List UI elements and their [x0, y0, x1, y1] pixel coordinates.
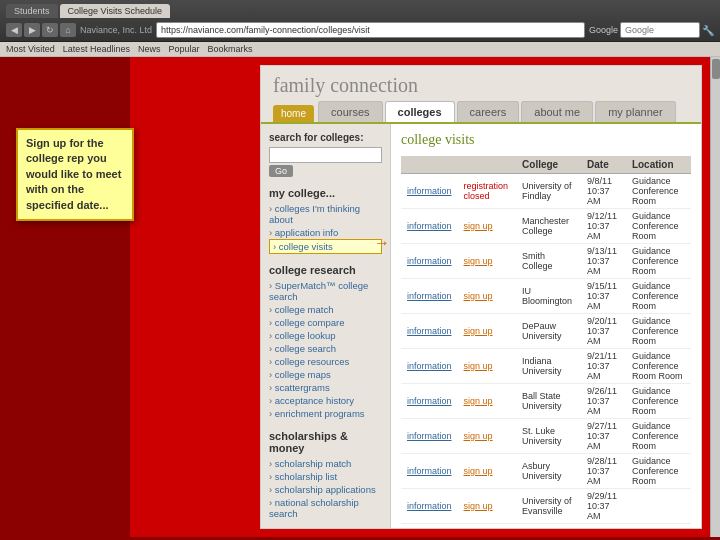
visits-table: College Date Location information regist…: [401, 156, 691, 524]
tab-college-visits[interactable]: College Visits Schedule: [60, 4, 170, 18]
visit-action-9[interactable]: sign up: [458, 489, 517, 524]
section-title: college visits: [401, 132, 691, 148]
visit-action-0[interactable]: registration closed: [458, 174, 517, 209]
visit-action-3[interactable]: sign up: [458, 279, 517, 314]
visit-date-6: 9/26/11 10:37 AM: [581, 384, 626, 419]
visit-action-2[interactable]: sign up: [458, 244, 517, 279]
sidebar-college-maps[interactable]: college maps: [269, 368, 382, 381]
table-header-row: College Date Location: [401, 156, 691, 174]
visit-location-4: Guidance Conference Room: [626, 314, 691, 349]
visit-action-8[interactable]: sign up: [458, 454, 517, 489]
arrow-icon: →: [374, 234, 390, 252]
visit-info-0[interactable]: information: [401, 174, 458, 209]
annotation-box: Sign up for the college rep you would li…: [16, 128, 134, 221]
extensions-icon: 🔧: [702, 25, 714, 36]
scholarships-header: scholarships & money: [269, 430, 382, 454]
visit-info-5[interactable]: information: [401, 349, 458, 384]
tab-my-planner[interactable]: my planner: [595, 101, 675, 122]
fc-sidebar: search for colleges: Go my college... co…: [261, 124, 391, 529]
visit-info-1[interactable]: information: [401, 209, 458, 244]
browser-chrome: Students College Visits Schedule ◀ ▶ ↻ ⌂…: [0, 0, 720, 42]
visit-info-2[interactable]: information: [401, 244, 458, 279]
go-button[interactable]: Go: [269, 165, 293, 177]
visit-college-8: Asbury University: [516, 454, 581, 489]
visit-action-4[interactable]: sign up: [458, 314, 517, 349]
address-bar[interactable]: [156, 22, 585, 38]
home-button[interactable]: ⌂: [60, 23, 76, 37]
bm-popular[interactable]: Popular: [168, 44, 199, 54]
sidebar-supermatch[interactable]: SuperMatch™ college search: [269, 279, 382, 303]
table-row: information sign up Smith College 9/13/1…: [401, 244, 691, 279]
col-action: [458, 156, 517, 174]
visit-action-7[interactable]: sign up: [458, 419, 517, 454]
scrollbar-thumb[interactable]: [712, 59, 720, 79]
visit-action-6[interactable]: sign up: [458, 384, 517, 419]
visit-location-3: Guidance Conference Room: [626, 279, 691, 314]
browser-tabs: Students College Visits Schedule: [6, 4, 714, 18]
table-row: information sign up Asbury University 9/…: [401, 454, 691, 489]
visit-date-3: 9/15/11 10:37 AM: [581, 279, 626, 314]
visit-info-3[interactable]: information: [401, 279, 458, 314]
visit-date-8: 9/28/11 10:37 AM: [581, 454, 626, 489]
sidebar-college-compare[interactable]: college compare: [269, 316, 382, 329]
sidebar-college-lookup[interactable]: college lookup: [269, 329, 382, 342]
tab-about-me[interactable]: about me: [521, 101, 593, 122]
bm-news[interactable]: News: [138, 44, 161, 54]
sidebar-colleges-thinking[interactable]: colleges I'm thinking about: [269, 202, 382, 226]
sidebar-scattergrams[interactable]: scattergrams: [269, 381, 382, 394]
visit-info-6[interactable]: information: [401, 384, 458, 419]
tab-courses[interactable]: courses: [318, 101, 383, 122]
table-row: information registration closed Universi…: [401, 174, 691, 209]
sidebar-scholarship-applications[interactable]: scholarship applications: [269, 483, 382, 496]
search-label: Google: [589, 25, 618, 35]
search-input[interactable]: [620, 22, 700, 38]
tab-colleges[interactable]: colleges: [385, 101, 455, 122]
bm-latest-headlines[interactable]: Latest Headlines: [63, 44, 130, 54]
nav-buttons: ◀ ▶ ↻ ⌂: [6, 23, 76, 37]
fc-nav: home courses colleges careers about me m…: [273, 101, 689, 122]
visit-location-0: Guidance Conference Room: [626, 174, 691, 209]
sidebar-acceptance-history[interactable]: acceptance history: [269, 394, 382, 407]
table-row: information sign up Ball State Universit…: [401, 384, 691, 419]
sidebar-application-info[interactable]: application info: [269, 226, 382, 239]
sidebar-college-search[interactable]: college search: [269, 342, 382, 355]
visit-action-1[interactable]: sign up: [458, 209, 517, 244]
visit-info-9[interactable]: information: [401, 489, 458, 524]
fc-header: family connection home courses colleges …: [261, 66, 701, 122]
visit-info-7[interactable]: information: [401, 419, 458, 454]
home-tab[interactable]: home: [273, 105, 314, 122]
visit-date-9: 9/29/11 10:37 AM: [581, 489, 626, 524]
visit-college-9: University of Evansville: [516, 489, 581, 524]
back-button[interactable]: ◀: [6, 23, 22, 37]
scrollbar[interactable]: [710, 57, 720, 537]
refresh-button[interactable]: ↻: [42, 23, 58, 37]
visit-college-3: IU Bloomington: [516, 279, 581, 314]
bookmarks-bar: Most Visited Latest Headlines News Popul…: [0, 42, 720, 57]
tab-students[interactable]: Students: [6, 4, 58, 18]
fc-main: college visits College Date Location: [391, 124, 701, 529]
fc-content: search for colleges: Go my college... co…: [261, 122, 701, 529]
visit-date-2: 9/13/11 10:37 AM: [581, 244, 626, 279]
visit-info-4[interactable]: information: [401, 314, 458, 349]
search-title: search for colleges:: [269, 132, 382, 143]
visit-college-1: Manchester College: [516, 209, 581, 244]
sidebar-scholarship-list[interactable]: scholarship list: [269, 470, 382, 483]
sidebar-enrichment-programs[interactable]: enrichment programs: [269, 407, 382, 420]
visit-info-8[interactable]: information: [401, 454, 458, 489]
tab-careers[interactable]: careers: [457, 101, 520, 122]
table-row: information sign up IU Bloomington 9/15/…: [401, 279, 691, 314]
visit-college-6: Ball State University: [516, 384, 581, 419]
visit-date-4: 9/20/11 10:37 AM: [581, 314, 626, 349]
sidebar-college-match[interactable]: college match: [269, 303, 382, 316]
bm-bookmarks[interactable]: Bookmarks: [207, 44, 252, 54]
visit-location-1: Guidance Conference Room: [626, 209, 691, 244]
college-search-input[interactable]: [269, 147, 382, 163]
forward-button[interactable]: ▶: [24, 23, 40, 37]
visit-date-1: 9/12/11 10:37 AM: [581, 209, 626, 244]
sidebar-college-visits[interactable]: college visits: [269, 239, 382, 254]
visit-action-5[interactable]: sign up: [458, 349, 517, 384]
sidebar-national-scholarship[interactable]: national scholarship search: [269, 496, 382, 520]
sidebar-college-resources[interactable]: college resources: [269, 355, 382, 368]
bm-most-visited[interactable]: Most Visited: [6, 44, 55, 54]
sidebar-scholarship-match[interactable]: scholarship match: [269, 457, 382, 470]
